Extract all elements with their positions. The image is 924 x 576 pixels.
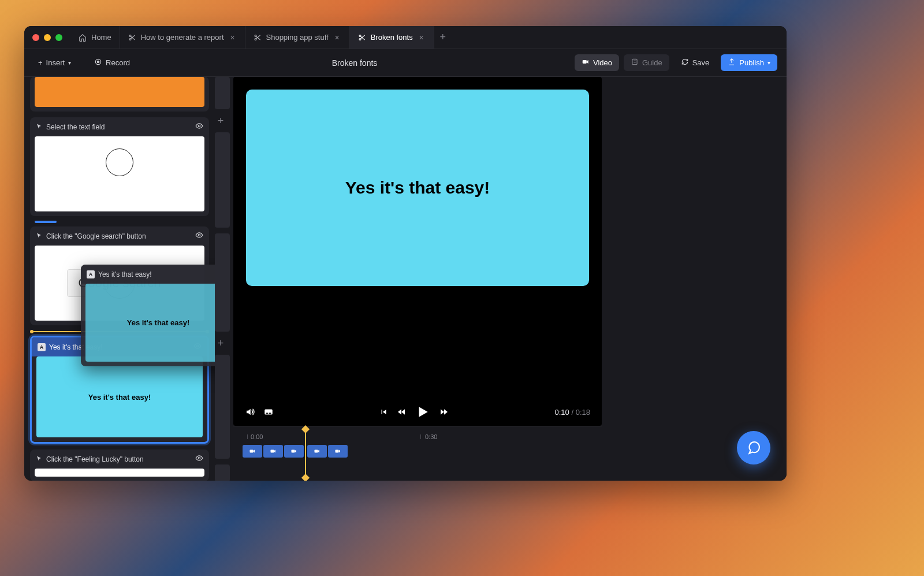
svg-point-2: [255, 35, 256, 36]
text-slide-icon: A: [87, 270, 95, 278]
volume-button[interactable]: [245, 407, 255, 417]
guide-label: Guide: [642, 58, 662, 67]
save-button[interactable]: Save: [674, 54, 717, 71]
current-time: 0:10: [555, 408, 569, 417]
step-title: Yes it's that easy!: [98, 270, 152, 278]
svg-point-11: [198, 234, 200, 236]
thumbnail: [35, 136, 204, 211]
video-controls: 0:10 / 0:18: [233, 398, 602, 426]
thumbnail: Yes it's that easy!: [36, 356, 203, 437]
document-title[interactable]: Broken fonts: [332, 58, 378, 68]
titlebar: Home How to generate a report × Shopping…: [24, 26, 787, 49]
clip[interactable]: [307, 445, 327, 458]
cursor-icon: [36, 455, 43, 463]
minimize-window-icon[interactable]: [44, 34, 51, 41]
record-icon: [94, 58, 102, 68]
video-mode-button[interactable]: Video: [575, 54, 619, 71]
captions-button[interactable]: [263, 407, 274, 417]
play-button[interactable]: [415, 404, 430, 419]
window-controls: [24, 34, 70, 41]
step-title: Click the "Google search" button: [46, 232, 146, 240]
steps-sidebar: Select the text field: [24, 77, 215, 481]
thumbnail-text: Yes it's that easy!: [127, 318, 190, 327]
text-slide-icon: A: [38, 343, 46, 351]
svg-rect-19: [271, 450, 274, 453]
save-label: Save: [692, 58, 710, 67]
tab-shopping-app-stuff[interactable]: Shopping app stuff ×: [245, 26, 350, 49]
track-segment[interactable]: [215, 355, 230, 459]
step-item-feeling-lucky[interactable]: Click the "Feeling Lucky" button: [30, 449, 209, 481]
video-canvas: Yes it's that easy!: [233, 77, 602, 426]
step-title: Select the text field: [46, 123, 105, 131]
svg-point-4: [359, 35, 361, 36]
tab-label: Broken fonts: [371, 33, 413, 42]
add-step-button[interactable]: +: [215, 337, 226, 349]
video-label: Video: [593, 58, 612, 67]
svg-rect-20: [292, 450, 295, 453]
close-tab-icon[interactable]: ×: [229, 34, 237, 42]
maximize-window-icon[interactable]: [55, 34, 62, 41]
cursor-target-icon: [106, 148, 133, 176]
scissors-icon: [128, 34, 136, 42]
app-window: Home How to generate a report × Shopping…: [24, 26, 787, 481]
eye-icon[interactable]: [195, 122, 203, 132]
track-column: + +: [215, 77, 233, 481]
clip[interactable]: [284, 445, 304, 458]
toolbar: + Insert ▾ Record Broken fonts Video: [24, 49, 787, 77]
svg-point-3: [255, 38, 256, 40]
clip[interactable]: [243, 445, 262, 458]
svg-rect-16: [266, 413, 269, 414]
tab-how-to-generate-report[interactable]: How to generate a report ×: [120, 26, 245, 49]
rewind-button[interactable]: [397, 407, 406, 417]
svg-point-0: [129, 35, 131, 36]
thumbnail: [35, 469, 204, 477]
tab-label: How to generate a report: [141, 33, 224, 42]
insert-button[interactable]: + Insert ▾: [33, 55, 76, 70]
eye-icon[interactable]: [195, 231, 203, 241]
timeline-clips: [243, 445, 593, 458]
svg-point-10: [198, 125, 200, 127]
video-icon: [582, 58, 590, 68]
timeline-ruler: 0:00 0:30: [243, 431, 593, 443]
fast-forward-button[interactable]: [439, 407, 449, 417]
record-label: Record: [106, 58, 130, 67]
close-window-icon[interactable]: [32, 34, 39, 41]
chevron-down-icon: ▾: [68, 60, 71, 66]
step-item-partial[interactable]: [30, 77, 209, 112]
svg-point-5: [359, 38, 361, 40]
main-content: Select the text field: [24, 77, 787, 481]
home-icon: [79, 34, 87, 42]
publish-label: Publish: [739, 58, 764, 67]
publish-button[interactable]: Publish ▾: [721, 54, 777, 71]
chevron-down-icon: ▾: [767, 60, 770, 66]
svg-point-13: [198, 457, 200, 459]
total-time: 0:18: [576, 408, 590, 417]
skip-back-button[interactable]: [379, 408, 388, 416]
record-button[interactable]: Record: [90, 54, 135, 71]
clip[interactable]: [328, 445, 348, 458]
tab-bar: Home How to generate a report × Shopping…: [70, 26, 452, 49]
add-tab-button[interactable]: +: [434, 26, 452, 49]
thumbnail-text: Yes it's that easy!: [88, 393, 151, 402]
tab-home[interactable]: Home: [70, 26, 120, 49]
playhead[interactable]: [305, 429, 306, 478]
dragging-step-item[interactable]: A Yes it's that easy! Yes it's that easy…: [81, 265, 215, 366]
help-chat-button[interactable]: [737, 431, 770, 464]
timeline[interactable]: 0:00 0:30: [233, 426, 602, 481]
svg-rect-17: [269, 413, 271, 414]
scissors-icon: [358, 34, 366, 42]
track-segment[interactable]: [215, 132, 230, 228]
guide-mode-button[interactable]: Guide: [624, 54, 669, 71]
clip[interactable]: [263, 445, 283, 458]
document-icon: [631, 58, 639, 68]
track-segment[interactable]: [215, 464, 230, 481]
eye-icon[interactable]: [195, 454, 203, 464]
track-segment[interactable]: [215, 77, 230, 109]
close-tab-icon[interactable]: ×: [418, 34, 426, 42]
tab-broken-fonts[interactable]: Broken fonts ×: [350, 26, 434, 49]
step-item-select-text-field[interactable]: Select the text field: [30, 117, 209, 216]
add-step-button[interactable]: +: [215, 115, 226, 127]
svg-rect-15: [264, 410, 273, 415]
track-segment[interactable]: [215, 233, 230, 332]
close-tab-icon[interactable]: ×: [333, 34, 341, 42]
